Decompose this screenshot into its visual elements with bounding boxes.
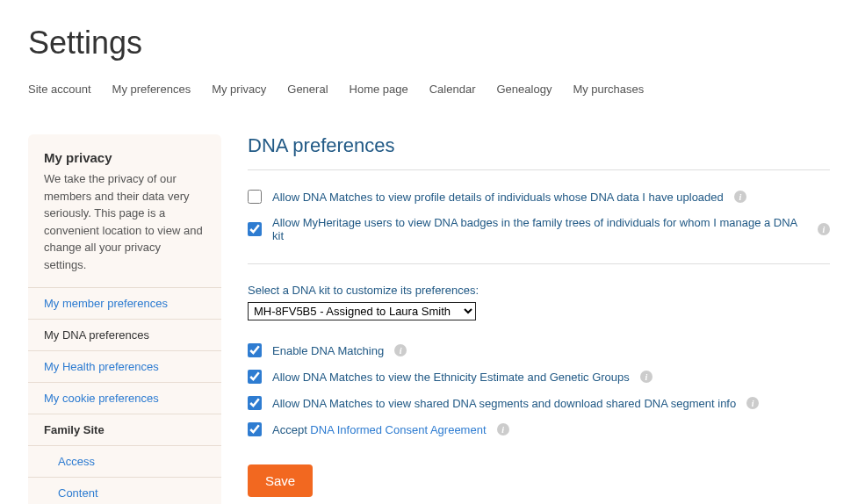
tab-home-page[interactable]: Home page	[350, 79, 408, 99]
sidebar-section-family-site: Family Site	[28, 414, 221, 445]
tab-my-purchases[interactable]: My purchases	[573, 79, 644, 99]
tab-calendar[interactable]: Calendar	[429, 79, 476, 99]
sidebar-item-cookie-prefs[interactable]: My cookie preferences	[28, 382, 221, 414]
sidebar-heading: My privacy	[28, 150, 221, 170]
sidebar-list: My member preferences My DNA preferences…	[28, 287, 221, 504]
checkbox-enable-matching[interactable]	[248, 343, 262, 357]
pref-row-segments: Allow DNA Matches to view shared DNA seg…	[248, 396, 830, 410]
info-icon[interactable]: i	[734, 191, 746, 203]
tab-my-privacy[interactable]: My privacy	[212, 79, 266, 99]
main-content: DNA preferences Allow DNA Matches to vie…	[248, 134, 830, 497]
pref-row-profile-details: Allow DNA Matches to view profile detail…	[248, 190, 830, 204]
page-title: Settings	[28, 25, 830, 61]
checkbox-profile-details[interactable]	[248, 190, 262, 204]
checkbox-dna-badges[interactable]	[248, 222, 262, 236]
consent-link[interactable]: DNA Informed Consent Agreement	[310, 423, 486, 436]
label-consent[interactable]: Accept DNA Informed Consent Agreement	[272, 423, 487, 436]
info-icon[interactable]: i	[746, 397, 759, 409]
info-icon[interactable]: i	[640, 371, 653, 383]
label-segments[interactable]: Allow DNA Matches to view shared DNA seg…	[272, 397, 736, 410]
main-title: DNA preferences	[248, 134, 830, 157]
tabs-nav: Site account My preferences My privacy G…	[28, 79, 830, 99]
label-dna-badges[interactable]: Allow MyHeritage users to view DNA badge…	[272, 216, 807, 242]
tab-my-preferences[interactable]: My preferences	[112, 79, 191, 99]
divider	[248, 263, 830, 264]
tab-general[interactable]: General	[287, 79, 328, 99]
sidebar-description: We take the privacy of our members and t…	[28, 170, 221, 287]
sidebar-item-family-access[interactable]: Access	[28, 445, 221, 477]
sidebar-item-dna-prefs[interactable]: My DNA preferences	[28, 319, 221, 350]
info-icon[interactable]: i	[394, 344, 407, 356]
divider	[248, 169, 830, 170]
sidebar-item-family-content[interactable]: Content	[28, 477, 221, 504]
checkbox-consent[interactable]	[248, 422, 262, 436]
info-icon[interactable]: i	[497, 423, 509, 436]
kit-select[interactable]: MH-8FV5B5 - Assigned to Laura Smith	[248, 302, 476, 320]
tab-genealogy[interactable]: Genealogy	[497, 79, 552, 99]
pref-row-enable-matching: Enable DNA Matching i	[248, 343, 830, 357]
sidebar: My privacy We take the privacy of our me…	[28, 134, 221, 504]
info-icon[interactable]: i	[818, 223, 830, 235]
label-enable-matching[interactable]: Enable DNA Matching	[272, 344, 384, 357]
pref-row-consent: Accept DNA Informed Consent Agreement i	[248, 422, 830, 436]
tab-site-account[interactable]: Site account	[28, 79, 91, 99]
checkbox-segments[interactable]	[248, 396, 262, 410]
sidebar-item-member-prefs[interactable]: My member preferences	[28, 287, 221, 319]
pref-row-ethnicity: Allow DNA Matches to view the Ethnicity …	[248, 370, 830, 384]
label-profile-details[interactable]: Allow DNA Matches to view profile detail…	[272, 191, 724, 204]
checkbox-ethnicity[interactable]	[248, 370, 262, 384]
label-ethnicity[interactable]: Allow DNA Matches to view the Ethnicity …	[272, 371, 630, 384]
save-button[interactable]: Save	[248, 464, 313, 497]
pref-row-dna-badges: Allow MyHeritage users to view DNA badge…	[248, 216, 830, 242]
kit-select-label: Select a DNA kit to customize its prefer…	[248, 284, 830, 297]
sidebar-item-health-prefs[interactable]: My Health preferences	[28, 350, 221, 382]
